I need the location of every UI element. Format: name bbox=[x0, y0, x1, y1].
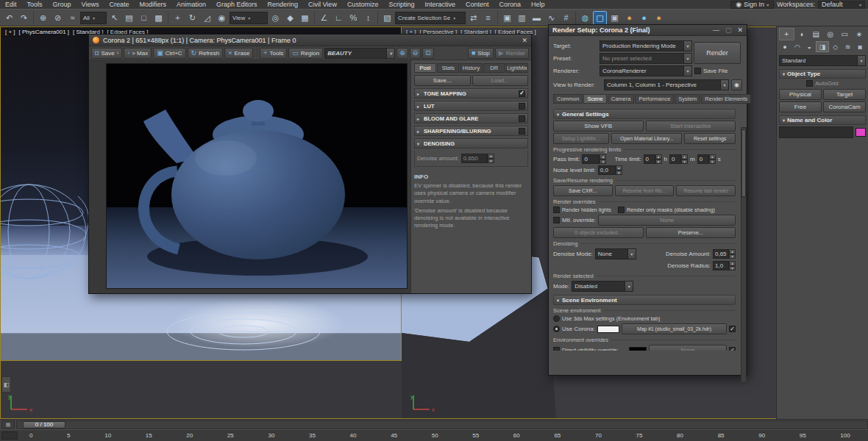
rendered-frame-window-icon[interactable]: ▣ bbox=[608, 11, 622, 25]
select-and-manipulate-icon[interactable]: ◆ bbox=[283, 11, 297, 25]
vfb-load-settings-button[interactable]: Load... bbox=[472, 75, 529, 86]
spin-down-icon[interactable]: ▾ bbox=[488, 159, 494, 164]
sign-in-button[interactable]: ◉ Sign In ▾ bbox=[730, 1, 774, 9]
object-type-button[interactable]: Free bbox=[779, 101, 822, 112]
render-canvas[interactable] bbox=[106, 63, 408, 289]
category-spacewarps-icon[interactable]: ≋ bbox=[842, 41, 854, 52]
tab-create[interactable]: + bbox=[779, 28, 794, 40]
tab-stats[interactable]: Stats bbox=[437, 63, 459, 73]
tab-performance[interactable]: Performance bbox=[635, 94, 674, 104]
vfb-erase-button[interactable]: × Erase bbox=[224, 48, 253, 59]
menu-item[interactable]: Civil View bbox=[303, 1, 342, 8]
render-setup-titlebar[interactable]: Render Setup: Corona 2 (Final) — ▢ ✕ bbox=[549, 25, 747, 36]
vfb-titlebar[interactable]: Corona 2 | 651×488px (1:1) | Camera: Phy… bbox=[89, 35, 531, 46]
bind-to-spacewarp-icon[interactable]: ≈ bbox=[65, 11, 79, 25]
select-and-scale-icon[interactable]: ◿ bbox=[200, 11, 214, 25]
menu-item[interactable]: Create bbox=[104, 1, 134, 8]
tab-scene[interactable]: Scene bbox=[583, 94, 606, 104]
percent-snap-icon[interactable]: % bbox=[346, 11, 360, 25]
resume-from-file-button[interactable]: Resume from file... bbox=[615, 185, 675, 196]
time-hours-spinner[interactable]: 0 ▴▾ bbox=[644, 154, 662, 164]
pass-limit-spinner[interactable]: 0 ▴▾ bbox=[582, 154, 606, 164]
angle-snap-icon[interactable]: ∟ bbox=[332, 11, 346, 25]
tab-motion[interactable]: ◎ bbox=[824, 28, 838, 40]
environment-color-swatch[interactable] bbox=[597, 326, 619, 333]
time-slider-grip-icon[interactable]: ▦ bbox=[1, 420, 15, 429]
menu-item[interactable]: Content bbox=[460, 1, 494, 8]
resume-last-render-button[interactable]: Resume last render bbox=[676, 185, 736, 196]
tone-mapping-checkbox[interactable]: ✓ bbox=[519, 90, 525, 97]
align-icon[interactable]: ≡ bbox=[481, 11, 495, 25]
save-cxr-button[interactable]: Save CXR... bbox=[553, 185, 613, 196]
vfb-copy-button[interactable]: ▣ Ctrl+C bbox=[153, 48, 185, 59]
denoise-amount-spinner[interactable]: 0.650 ▴▾ bbox=[461, 154, 494, 163]
tab-camera[interactable]: Camera bbox=[608, 94, 635, 104]
object-type-rollout[interactable]: ▾ Object Type bbox=[779, 69, 866, 79]
save-file-checkbox[interactable] bbox=[694, 68, 701, 74]
bloom-glare-checkbox[interactable] bbox=[519, 115, 525, 122]
category-geometry-icon[interactable]: ● bbox=[779, 41, 791, 52]
select-and-place-icon[interactable]: ◉ bbox=[215, 11, 229, 25]
category-shapes-icon[interactable]: ◠ bbox=[791, 41, 803, 52]
direct-visibility-map-checkbox[interactable]: ✓ bbox=[729, 347, 736, 351]
lut-rollout[interactable]: ▸ LUT bbox=[414, 101, 528, 111]
category-helpers-icon[interactable]: ◇ bbox=[830, 41, 842, 52]
environment-map-button[interactable]: Map #1 (studio_small_03_2k.hdr) bbox=[622, 323, 727, 334]
redo-icon[interactable]: ↷ bbox=[17, 11, 31, 25]
render-in-cloud-icon[interactable]: ● bbox=[637, 11, 651, 25]
use-max-settings-radio[interactable] bbox=[553, 315, 560, 322]
name-color-rollout[interactable]: ▾ Name and Color bbox=[779, 115, 866, 125]
unlink-selection-icon[interactable]: ⊘ bbox=[51, 11, 65, 25]
denoise-mode-dropdown[interactable]: None▾ bbox=[595, 248, 636, 259]
vfb-zoom-out-button[interactable]: ⊖ bbox=[410, 48, 421, 59]
sharpening-checkbox[interactable] bbox=[519, 128, 525, 135]
menu-item[interactable]: Views bbox=[77, 1, 104, 8]
menu-item[interactable]: Group bbox=[48, 1, 77, 8]
select-by-name-icon[interactable]: ▤ bbox=[122, 11, 136, 25]
denoise-amount-spinner[interactable]: 0,65 ▴▾ bbox=[713, 249, 736, 259]
viewport-front[interactable]: x y bbox=[0, 361, 402, 419]
view-to-render-dropdown[interactable]: Column 1, Column 1 - Perspective▾ bbox=[604, 79, 729, 90]
vfb-max-button[interactable]: › > Max bbox=[124, 48, 152, 59]
category-systems-icon[interactable]: ◙ bbox=[854, 41, 866, 52]
snaps-toggle-icon[interactable]: ∠ bbox=[317, 11, 331, 25]
tab-lightmix[interactable]: LightMix bbox=[506, 63, 528, 73]
tab-hierarchy[interactable]: ▤ bbox=[809, 28, 823, 40]
tab-history[interactable]: History bbox=[460, 63, 482, 73]
menu-item[interactable]: Edit bbox=[0, 1, 22, 8]
mtl-override-checkbox[interactable] bbox=[553, 217, 560, 223]
object-type-button[interactable]: Target bbox=[823, 89, 866, 100]
track-bar[interactable]: 0510152025303540455055606570758085909510… bbox=[0, 429, 868, 441]
general-settings-rollout[interactable]: ▾ General Settings bbox=[553, 109, 736, 119]
object-name-input[interactable] bbox=[779, 126, 853, 138]
select-object-icon[interactable]: ↖ bbox=[107, 11, 121, 25]
render-button[interactable]: Render bbox=[694, 42, 741, 64]
vfb-zoom-in-button[interactable]: ⊕ bbox=[396, 48, 408, 59]
sharpening-rollout[interactable]: ▸ SHARPENING/BLURRING bbox=[414, 126, 528, 136]
rectangular-selection-icon[interactable]: □ bbox=[137, 11, 151, 25]
maximize-icon[interactable]: ▢ bbox=[725, 26, 732, 34]
tab-utilities[interactable]: ∗ bbox=[853, 28, 867, 40]
direct-visibility-swatch[interactable] bbox=[629, 347, 647, 351]
menu-item[interactable]: Interactive bbox=[419, 1, 460, 8]
renderer-dropdown[interactable]: CoronaRenderer▾ bbox=[600, 65, 692, 76]
tab-display[interactable]: ▭ bbox=[838, 28, 852, 40]
render-setup-icon[interactable]: ▢ bbox=[593, 11, 607, 25]
time-seconds-spinner[interactable]: 0 ▴▾ bbox=[697, 154, 716, 164]
tab-system[interactable]: System bbox=[675, 94, 700, 104]
environment-map-checkbox[interactable]: ✓ bbox=[729, 326, 736, 332]
render-selected-mode-dropdown[interactable]: Disabled▾ bbox=[572, 281, 633, 292]
vfb-region-button[interactable]: ▭ Region bbox=[288, 48, 323, 59]
named-selection-set-dropdown[interactable]: Create Selection Se ▾ bbox=[395, 12, 466, 24]
spinner-snap-icon[interactable]: ↕ bbox=[361, 11, 375, 25]
select-and-rotate-icon[interactable]: ↻ bbox=[185, 11, 199, 25]
render-setup-scrollbar[interactable] bbox=[741, 127, 747, 383]
start-interactive-button[interactable]: Start interactive bbox=[646, 121, 736, 132]
scene-environment-rollout[interactable]: ▾ Scene Environment bbox=[553, 295, 736, 305]
curve-editor-icon[interactable]: ∿ bbox=[544, 11, 558, 25]
tab-post[interactable]: Post bbox=[414, 63, 436, 73]
viewport-menu-pov[interactable]: [ PhysCamera001 ] bbox=[19, 29, 69, 35]
menu-item[interactable]: Graph Editors bbox=[211, 1, 263, 8]
direct-visibility-none-button[interactable]: None bbox=[649, 345, 727, 351]
show-vfb-button[interactable]: Show VFB bbox=[553, 121, 644, 132]
